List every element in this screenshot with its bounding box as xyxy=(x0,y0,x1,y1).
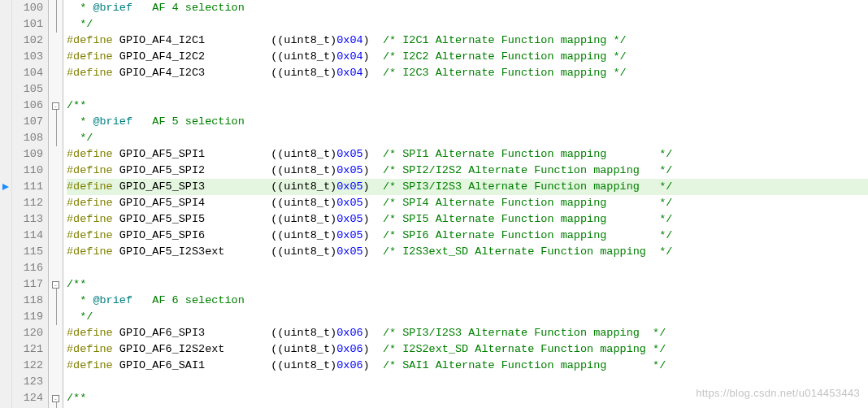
marker-cell[interactable] xyxy=(0,374,11,390)
marker-cell[interactable] xyxy=(0,228,11,244)
fold-cell[interactable] xyxy=(49,325,63,341)
marker-cell[interactable] xyxy=(0,358,11,374)
marker-cell[interactable] xyxy=(0,325,11,341)
fold-cell[interactable]: - xyxy=(49,276,63,293)
line-number[interactable]: 124 xyxy=(12,390,48,406)
line-number[interactable]: 106 xyxy=(12,98,48,114)
line-number[interactable]: 117 xyxy=(12,276,48,293)
line-number[interactable]: 115 xyxy=(12,244,48,260)
code-line[interactable]: #define GPIO_AF4_I2C3 ((uint8_t)0x04) /*… xyxy=(67,65,868,81)
code-line[interactable]: #define GPIO_AF5_SPI4 ((uint8_t)0x05) /*… xyxy=(67,195,868,211)
marker-cell[interactable] xyxy=(0,309,11,325)
line-number[interactable]: 107 xyxy=(12,114,48,130)
fold-cell[interactable] xyxy=(49,0,63,16)
line-number[interactable]: 110 xyxy=(12,163,48,179)
code-line[interactable]: * @brief AF 5 selection xyxy=(67,114,868,130)
code-line[interactable]: #define GPIO_AF5_SPI2 ((uint8_t)0x05) /*… xyxy=(67,163,868,179)
code-line[interactable]: */ xyxy=(67,130,868,146)
fold-cell[interactable] xyxy=(49,81,63,98)
line-number[interactable]: 103 xyxy=(12,49,48,65)
code-editor[interactable]: 1001011021031041051061071081091101111121… xyxy=(0,0,868,408)
fold-toggle-icon[interactable]: - xyxy=(52,102,59,110)
fold-cell[interactable]: - xyxy=(49,390,63,406)
fold-cell[interactable] xyxy=(49,195,63,211)
fold-cell[interactable] xyxy=(49,65,63,81)
line-number[interactable]: 100 xyxy=(12,0,48,16)
fold-cell[interactable] xyxy=(49,211,63,228)
fold-cell[interactable] xyxy=(49,244,63,260)
fold-cell[interactable] xyxy=(49,130,63,146)
code-area[interactable]: * @brief AF 4 selection */#define GPIO_A… xyxy=(63,0,868,408)
code-line[interactable]: * @brief AF 6 selection xyxy=(67,293,868,309)
marker-cell[interactable] xyxy=(0,81,11,98)
fold-cell[interactable] xyxy=(49,146,63,163)
line-number[interactable]: 114 xyxy=(12,228,48,244)
fold-cell[interactable] xyxy=(49,309,63,325)
fold-cell[interactable] xyxy=(49,179,63,195)
code-line[interactable]: #define GPIO_AF4_I2C1 ((uint8_t)0x04) /*… xyxy=(67,33,868,49)
code-line[interactable]: #define GPIO_AF5_SPI6 ((uint8_t)0x05) /*… xyxy=(67,228,868,244)
line-number[interactable]: 113 xyxy=(12,211,48,228)
marker-cell[interactable] xyxy=(0,33,11,49)
line-number[interactable]: 109 xyxy=(12,146,48,163)
line-number[interactable]: 119 xyxy=(12,309,48,325)
fold-cell[interactable] xyxy=(49,114,63,130)
line-number[interactable]: 120 xyxy=(12,325,48,341)
line-number[interactable]: 116 xyxy=(12,260,48,276)
marker-cell[interactable] xyxy=(0,341,11,358)
line-number[interactable]: 108 xyxy=(12,130,48,146)
marker-cell[interactable] xyxy=(0,179,11,195)
fold-cell[interactable] xyxy=(49,374,63,390)
fold-cell[interactable] xyxy=(49,163,63,179)
marker-cell[interactable] xyxy=(0,98,11,114)
code-line[interactable]: /** xyxy=(67,98,868,114)
code-line[interactable]: #define GPIO_AF5_SPI1 ((uint8_t)0x05) /*… xyxy=(67,146,868,163)
marker-cell[interactable] xyxy=(0,146,11,163)
line-number[interactable]: 121 xyxy=(12,341,48,358)
fold-cell[interactable]: - xyxy=(49,98,63,114)
line-number[interactable]: 123 xyxy=(12,374,48,390)
code-line[interactable]: * @brief AF 4 selection xyxy=(67,0,868,16)
line-number[interactable]: 105 xyxy=(12,81,48,98)
marker-cell[interactable] xyxy=(0,211,11,228)
code-line[interactable] xyxy=(67,260,868,276)
code-line[interactable]: #define GPIO_AF4_I2C2 ((uint8_t)0x04) /*… xyxy=(67,49,868,65)
line-number[interactable]: 112 xyxy=(12,195,48,211)
line-number-gutter[interactable]: 1001011021031041051061071081091101111121… xyxy=(12,0,49,408)
marker-cell[interactable] xyxy=(0,16,11,33)
code-line[interactable]: #define GPIO_AF5_I2S3ext ((uint8_t)0x05)… xyxy=(67,244,868,260)
marker-cell[interactable] xyxy=(0,390,11,406)
marker-cell[interactable] xyxy=(0,244,11,260)
code-line[interactable]: /** xyxy=(67,276,868,293)
marker-cell[interactable] xyxy=(0,276,11,293)
code-line[interactable] xyxy=(67,81,868,98)
marker-margin[interactable] xyxy=(0,0,12,408)
line-number[interactable]: 118 xyxy=(12,293,48,309)
fold-cell[interactable] xyxy=(49,293,63,309)
line-number[interactable]: 102 xyxy=(12,33,48,49)
fold-toggle-icon[interactable]: - xyxy=(52,395,59,402)
marker-cell[interactable] xyxy=(0,293,11,309)
fold-margin[interactable]: --- xyxy=(49,0,63,408)
marker-cell[interactable] xyxy=(0,65,11,81)
fold-toggle-icon[interactable]: - xyxy=(52,281,59,289)
marker-cell[interactable] xyxy=(0,195,11,211)
fold-cell[interactable] xyxy=(49,358,63,374)
fold-cell[interactable] xyxy=(49,341,63,358)
marker-cell[interactable] xyxy=(0,49,11,65)
fold-cell[interactable] xyxy=(49,228,63,244)
marker-cell[interactable] xyxy=(0,130,11,146)
code-line[interactable]: #define GPIO_AF6_I2S2ext ((uint8_t)0x06)… xyxy=(67,341,868,358)
fold-cell[interactable] xyxy=(49,49,63,65)
marker-cell[interactable] xyxy=(0,163,11,179)
marker-cell[interactable] xyxy=(0,114,11,130)
fold-cell[interactable] xyxy=(49,260,63,276)
code-line[interactable]: #define GPIO_AF6_SPI3 ((uint8_t)0x06) /*… xyxy=(67,325,868,341)
fold-cell[interactable] xyxy=(49,33,63,49)
line-number[interactable]: 104 xyxy=(12,65,48,81)
code-line[interactable]: #define GPIO_AF5_SPI5 ((uint8_t)0x05) /*… xyxy=(67,211,868,228)
code-line[interactable]: */ xyxy=(67,309,868,325)
fold-cell[interactable] xyxy=(49,16,63,33)
code-line[interactable]: #define GPIO_AF5_SPI3 ((uint8_t)0x05) /*… xyxy=(67,179,868,195)
line-number[interactable]: 122 xyxy=(12,358,48,374)
